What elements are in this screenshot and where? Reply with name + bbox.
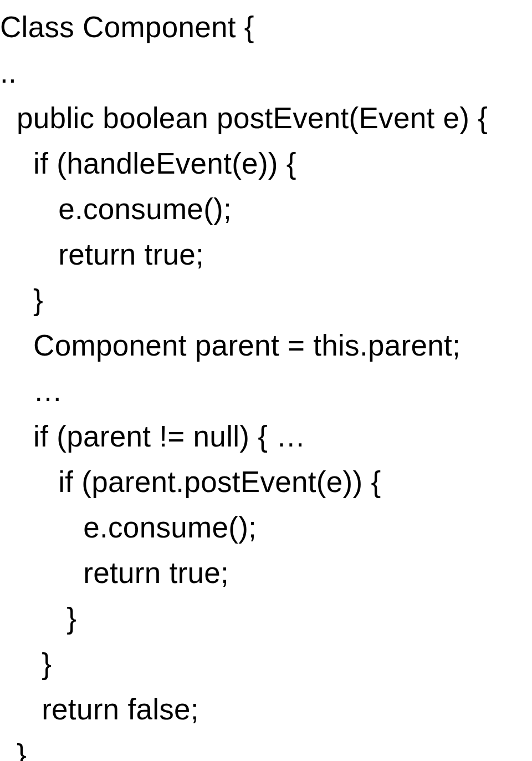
code-line: Class Component { xyxy=(0,4,532,50)
code-line: return false; xyxy=(0,687,532,732)
code-line: return true; xyxy=(0,232,532,277)
code-line: if (parent != null) { … xyxy=(0,414,532,459)
code-line: return true; xyxy=(0,550,532,596)
code-line: } xyxy=(0,596,532,641)
code-line: .. xyxy=(0,50,532,95)
code-line: } xyxy=(0,277,532,323)
code-line: e.consume(); xyxy=(0,505,532,550)
code-line: public boolean postEvent(Event e) { xyxy=(0,95,532,141)
code-line: } xyxy=(0,732,532,761)
code-line: if (parent.postEvent(e)) { xyxy=(0,459,532,505)
document-page: Class Component { .. public boolean post… xyxy=(0,0,532,761)
code-line: if (handleEvent(e)) { xyxy=(0,141,532,186)
code-line: Component parent = this.parent; xyxy=(0,323,532,368)
code-line: e.consume(); xyxy=(0,186,532,232)
code-line: } xyxy=(0,641,532,687)
code-line: … xyxy=(0,368,532,414)
